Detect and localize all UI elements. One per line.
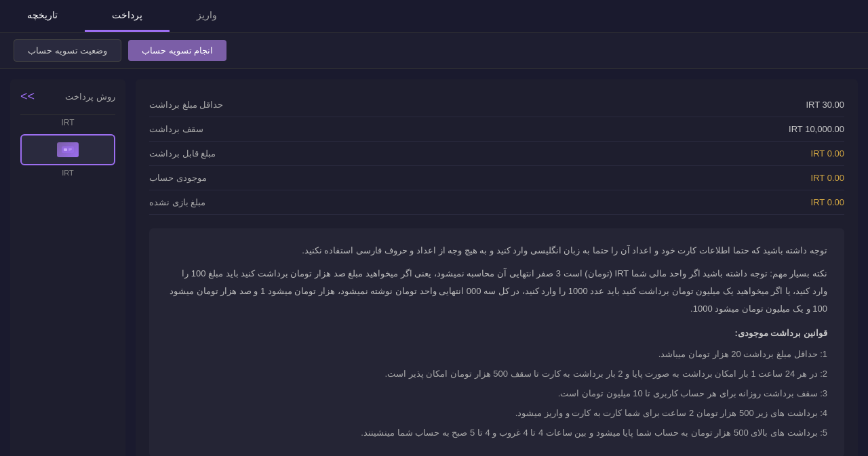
info-value-5: IRT 0.00 — [811, 197, 844, 207]
info-value-1: IRT 30.00 — [806, 100, 844, 110]
rule-3: 3: سقف برداشت روزانه برای هر حساب کاربری… — [166, 385, 827, 402]
description-box: توجه داشته باشید که حتما اطلاعات کارت خو… — [149, 228, 844, 456]
main-content: IRT 30.00 حداقل مبلغ برداشت IRT 10,000.0… — [0, 69, 868, 456]
info-row-3: IRT 0.00 مبلغ قابل برداشت — [149, 142, 844, 166]
irt-label: IRT — [20, 169, 115, 177]
info-row-4: IRT 0.00 موجودی حساب — [149, 166, 844, 190]
info-label-5: مبلغ بازی نشده — [149, 197, 205, 207]
rule-4: 4: برداشت های زیر 500 هزار تومان 2 ساعت … — [166, 405, 827, 422]
info-label-1: حداقل مبلغ برداشت — [149, 100, 223, 110]
anjam-tasvieh-button[interactable]: انجام تسویه حساب — [128, 40, 226, 61]
right-panel-header: روش پرداخت >> — [20, 89, 115, 104]
info-label-2: سقف برداشت — [149, 124, 203, 134]
svg-rect-2 — [68, 148, 72, 150]
svg-rect-0 — [62, 146, 74, 153]
top-navigation: واریز پرداخت تاریخچه — [0, 0, 868, 33]
svg-rect-3 — [68, 150, 71, 151]
right-panel: روش پرداخت >> IRT IRT — [10, 79, 125, 456]
description-rules-title: قوانین برداشت موجودی: — [166, 325, 827, 342]
card-chip-icon — [57, 142, 79, 157]
description-note: نکته بسیار مهم: توجه داشته باشید اگر واح… — [166, 265, 827, 318]
rule-1: 1: حداقل مبلغ برداشت 20 هزار تومان میباش… — [166, 346, 827, 363]
vaziat-tasvieh-button[interactable]: وضعیت تسویه حساب — [14, 39, 121, 62]
tab-variz[interactable]: واریز — [170, 0, 244, 32]
info-row-1: IRT 30.00 حداقل مبلغ برداشت — [149, 93, 844, 117]
right-panel-arrow-icon[interactable]: >> — [20, 89, 35, 104]
tab-pardakht[interactable]: پرداخت — [85, 0, 170, 32]
toolbar: انجام تسویه حساب وضعیت تسویه حساب — [0, 33, 868, 69]
info-label-4: موجودی حساب — [149, 173, 207, 183]
info-value-2: IRT 10,000.00 — [789, 124, 844, 134]
info-row-2: IRT 10,000.00 سقف برداشت — [149, 117, 844, 142]
svg-rect-1 — [64, 148, 67, 151]
info-label-3: مبلغ قابل برداشت — [149, 148, 216, 159]
rule-2: 2: در هر 24 ساعت 1 بار امکان برداشت به ص… — [166, 365, 827, 383]
right-panel-title: روش پرداخت — [65, 91, 115, 102]
info-value-4: IRT 0.00 — [811, 173, 844, 183]
tab-tarikhche[interactable]: تاریخچه — [0, 0, 85, 32]
payment-method-label: IRT — [20, 118, 115, 127]
divider-1 — [20, 114, 115, 115]
left-panel: IRT 30.00 حداقل مبلغ برداشت IRT 10,000.0… — [136, 79, 858, 456]
info-row-5: IRT 0.00 مبلغ بازی نشده — [149, 190, 844, 215]
payment-card[interactable] — [20, 134, 115, 165]
description-main: توجه داشته باشید که حتما اطلاعات کارت خو… — [166, 242, 827, 260]
rule-5: 5: برداشت های بالای 500 هزار تومان به حس… — [166, 424, 827, 442]
info-value-3: IRT 0.00 — [811, 148, 844, 159]
